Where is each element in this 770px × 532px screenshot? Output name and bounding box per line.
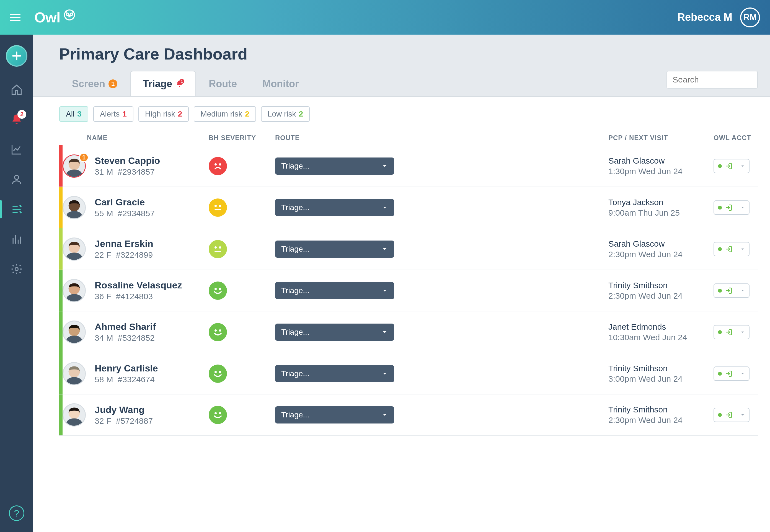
patient-meta: 32 F #5724887 <box>95 416 209 426</box>
chevron-down-icon <box>381 204 388 211</box>
chevron-down-icon <box>740 412 745 417</box>
filter-alerts[interactable]: Alerts 1 <box>93 106 133 122</box>
patient-row[interactable]: 1Steven Cappio31 M #2934857Triage...Sara… <box>59 145 758 187</box>
svg-point-49 <box>219 412 221 414</box>
owl-account-button[interactable] <box>714 408 750 422</box>
route-dropdown[interactable]: Triage... <box>275 241 394 258</box>
filter-label: High risk <box>145 110 175 118</box>
tab-triage[interactable]: Triage1 <box>130 71 196 96</box>
severity-icon <box>209 365 227 383</box>
severity-stripe <box>59 228 63 270</box>
patient-name[interactable]: Ahmed Sharif <box>95 321 209 332</box>
pcp-name: Janet Edmonds <box>608 322 714 332</box>
filter-high-risk[interactable]: High risk 2 <box>138 106 189 122</box>
add-button[interactable] <box>6 45 27 67</box>
user-block[interactable]: Rebecca M RM <box>677 7 760 27</box>
filter-count: 1 <box>122 110 127 118</box>
owl-account-button[interactable] <box>714 242 750 256</box>
nav-triage[interactable] <box>10 202 24 216</box>
alerts-badge: 2 <box>17 110 26 119</box>
nav-analytics[interactable] <box>10 143 24 156</box>
severity-stripe <box>59 270 63 311</box>
patient-row[interactable]: Jenna Erskin22 F #3224899Triage...Sarah … <box>59 228 758 270</box>
patient-meta: 31 M #2934857 <box>95 167 209 177</box>
filter-count: 2 <box>299 110 303 118</box>
owl-account-button[interactable] <box>714 200 750 215</box>
tab-monitor[interactable]: Monitor <box>250 71 312 96</box>
route-dropdown[interactable]: Triage... <box>275 199 394 216</box>
svg-point-16 <box>215 205 217 207</box>
patient-name[interactable]: Rosaline Velasquez <box>95 280 209 291</box>
route-dropdown[interactable]: Triage... <box>275 282 394 299</box>
pcp-name: Trinity Smithson <box>608 281 714 290</box>
severity-stripe <box>59 311 63 353</box>
owl-account-button[interactable] <box>714 283 750 298</box>
brand-logo[interactable]: Owl <box>34 9 77 26</box>
tab-badge: 1 <box>108 79 117 88</box>
login-icon <box>725 246 732 253</box>
patient-avatar[interactable] <box>63 279 86 302</box>
filter-count: 2 <box>245 110 249 118</box>
owl-account-button[interactable] <box>714 366 750 381</box>
svg-point-1 <box>66 13 69 16</box>
chevron-down-icon <box>740 371 745 376</box>
route-dropdown[interactable]: Triage... <box>275 365 394 382</box>
patient-row[interactable]: Ahmed Sharif34 M #5324852Triage...Janet … <box>59 311 758 353</box>
patient-meta: 55 M #2934857 <box>95 209 209 218</box>
patient-name[interactable]: Judy Wang <box>95 404 209 415</box>
patient-avatar[interactable] <box>63 321 86 344</box>
severity-icon <box>209 240 227 258</box>
nav-settings[interactable] <box>10 262 24 276</box>
route-dropdown[interactable]: Triage... <box>275 324 394 341</box>
nav-home[interactable] <box>10 83 24 97</box>
patient-row[interactable]: Rosaline Velasquez36 F #4124803Triage...… <box>59 270 758 311</box>
menu-button[interactable] <box>10 11 22 24</box>
search-box[interactable] <box>666 71 758 89</box>
owl-icon <box>62 7 77 22</box>
filter-medium-risk[interactable]: Medium risk 2 <box>194 106 256 122</box>
route-label: Triage... <box>281 328 309 337</box>
svg-point-4 <box>15 268 18 271</box>
patient-list: 1Steven Cappio31 M #2934857Triage...Sara… <box>59 145 758 436</box>
route-dropdown[interactable]: Triage... <box>275 406 394 423</box>
tab-screen[interactable]: Screen1 <box>59 71 130 96</box>
nav-reports[interactable] <box>10 232 24 246</box>
search-input[interactable] <box>673 75 770 84</box>
nav-alerts[interactable]: 2 <box>10 113 24 126</box>
patient-row[interactable]: Carl Gracie55 M #2934857Triage...Tonya J… <box>59 187 758 228</box>
owl-account-button[interactable] <box>714 159 750 173</box>
owl-account-button[interactable] <box>714 325 750 339</box>
patient-avatar[interactable] <box>63 237 86 261</box>
patient-row[interactable]: Henry Carlisle58 M #3324674Triage...Trin… <box>59 353 758 394</box>
col-pcp: PCP / NEXT VISIT <box>608 134 714 142</box>
login-icon <box>725 162 732 170</box>
patient-avatar[interactable] <box>63 362 86 385</box>
filter-low-risk[interactable]: Low risk 2 <box>261 106 310 122</box>
filter-all[interactable]: All 3 <box>59 106 88 122</box>
svg-point-36 <box>215 329 217 332</box>
status-dot-icon <box>718 247 722 251</box>
alert-badge: 1 <box>79 153 89 162</box>
tab-label: Route <box>209 78 237 90</box>
route-dropdown[interactable]: Triage... <box>275 157 394 175</box>
col-route: ROUTE <box>275 134 608 142</box>
svg-point-30 <box>215 288 217 290</box>
svg-point-2 <box>70 13 73 16</box>
patient-name[interactable]: Steven Cappio <box>95 155 209 166</box>
patient-name[interactable]: Carl Gracie <box>95 197 209 208</box>
patient-name[interactable]: Henry Carlisle <box>95 363 209 374</box>
svg-point-31 <box>219 288 221 290</box>
status-dot-icon <box>718 206 722 210</box>
nav-patients[interactable] <box>10 172 24 186</box>
user-avatar[interactable]: RM <box>740 7 760 27</box>
patient-name[interactable]: Jenna Erskin <box>95 238 209 249</box>
severity-stripe <box>59 187 63 228</box>
pcp-name: Tonya Jackson <box>608 198 714 207</box>
tab-route[interactable]: Route <box>196 71 250 96</box>
help-button[interactable]: ? <box>9 505 24 521</box>
route-label: Triage... <box>281 245 309 254</box>
col-acct: OWL ACCT <box>714 134 758 142</box>
patient-avatar[interactable] <box>63 403 86 427</box>
patient-row[interactable]: Judy Wang32 F #5724887Triage...Trinity S… <box>59 394 758 436</box>
patient-avatar[interactable] <box>63 196 86 219</box>
